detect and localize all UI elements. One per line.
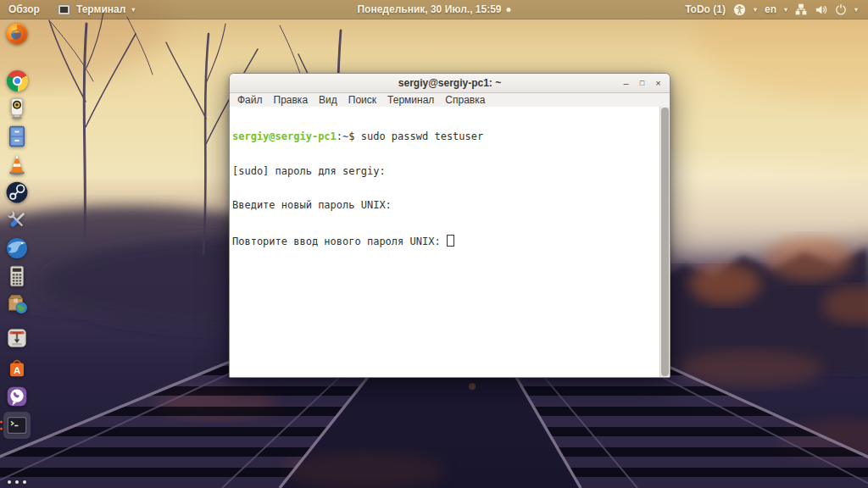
launcher-software-store-icon[interactable]: A — [3, 354, 31, 381]
launcher-tools-icon[interactable] — [3, 207, 31, 234]
running-indicator — [0, 421, 3, 430]
launcher-package-globe-icon[interactable] — [3, 291, 31, 318]
prompt-user: sergiy@sergiy-pc1 — [232, 130, 337, 142]
menu-view[interactable]: Вид — [319, 94, 337, 106]
activities-button[interactable]: Обзор — [8, 3, 40, 15]
chevron-down-icon: ▾ — [754, 6, 757, 14]
terminal-line: Повторите ввод нового пароля UNIX: — [232, 235, 660, 248]
chrome-icon — [7, 70, 28, 92]
terminal-window: sergiy@sergiy-pc1: ~ – □ × Файл Правка В… — [229, 73, 670, 378]
minimize-button[interactable]: – — [618, 75, 634, 91]
network-wired-icon[interactable] — [795, 3, 807, 15]
show-apps-button[interactable] — [3, 476, 31, 488]
terminal-screen[interactable]: sergiy@sergiy-pc1:~$ sudo passwd testuse… — [230, 107, 660, 377]
menu-help[interactable]: Справка — [445, 94, 485, 106]
launcher-firefox-icon[interactable] — [3, 20, 31, 47]
launcher-vlc-icon[interactable] — [3, 151, 31, 178]
menu-file[interactable]: Файл — [237, 94, 263, 106]
menu-search[interactable]: Поиск — [348, 94, 376, 106]
notification-dot — [507, 8, 511, 12]
command-text: sudo passwd testuser — [361, 130, 484, 142]
launcher-terminal-icon[interactable] — [3, 412, 31, 439]
scrollbar-thumb[interactable] — [661, 108, 669, 376]
launcher-file-cabinet-icon[interactable] — [3, 123, 31, 150]
launcher-press-tool-icon[interactable] — [3, 324, 31, 352]
window-title: sergiy@sergiy-pc1: ~ — [398, 77, 501, 89]
language-indicator[interactable]: en — [765, 3, 776, 15]
top-panel: Обзор Терминал ▾ Понедельник, 30 Июл., 1… — [0, 0, 868, 19]
todo-indicator[interactable]: ToDo (1) — [685, 3, 726, 15]
power-icon[interactable] — [835, 3, 847, 15]
scrollbar[interactable] — [659, 107, 670, 377]
apps-grid-icon — [8, 480, 26, 488]
chevron-down-icon: ▾ — [784, 6, 787, 14]
svg-text:A: A — [14, 365, 20, 375]
menu-edit[interactable]: Правка — [274, 94, 309, 106]
chevron-down-icon: ▾ — [854, 6, 858, 14]
launcher-chrome-icon[interactable] — [3, 67, 31, 94]
maximize-button[interactable]: □ — [634, 75, 650, 91]
clock-label: Понедельник, 30 Июл., 15:59 — [357, 3, 501, 15]
launcher-steam-icon[interactable] — [3, 179, 31, 206]
terminal-line: Введите новый пароль UNIX: — [232, 200, 660, 212]
launcher-thunderbird-icon[interactable] — [3, 235, 31, 262]
chevron-down-icon: ▾ — [131, 6, 135, 14]
volume-icon[interactable] — [815, 3, 827, 16]
window-titlebar[interactable]: sergiy@sergiy-pc1: ~ – □ × — [230, 74, 670, 93]
terminal-line: [sudo] пароль для sergiy: — [232, 166, 660, 178]
launcher-dock: A — [0, 19, 36, 488]
terminal-mini-icon — [58, 4, 70, 15]
launcher-viber-icon[interactable] — [3, 383, 31, 410]
window-menubar: Файл Правка Вид Поиск Терминал Справка — [230, 93, 670, 107]
app-menu-button[interactable]: Терминал — [76, 3, 125, 15]
menu-terminal[interactable]: Терминал — [387, 94, 434, 106]
desktop: Обзор Терминал ▾ Понедельник, 30 Июл., 1… — [0, 0, 868, 488]
launcher-calculator-icon[interactable] — [3, 263, 31, 290]
terminal-cursor — [447, 235, 454, 247]
close-button[interactable]: × — [650, 75, 666, 91]
accessibility-icon[interactable] — [733, 3, 746, 16]
launcher-webcam-icon[interactable] — [3, 95, 31, 122]
terminal-line: sergiy@sergiy-pc1:~$ sudo passwd testuse… — [232, 131, 660, 143]
clock-menu[interactable]: Понедельник, 30 Июл., 15:59 — [357, 0, 510, 19]
